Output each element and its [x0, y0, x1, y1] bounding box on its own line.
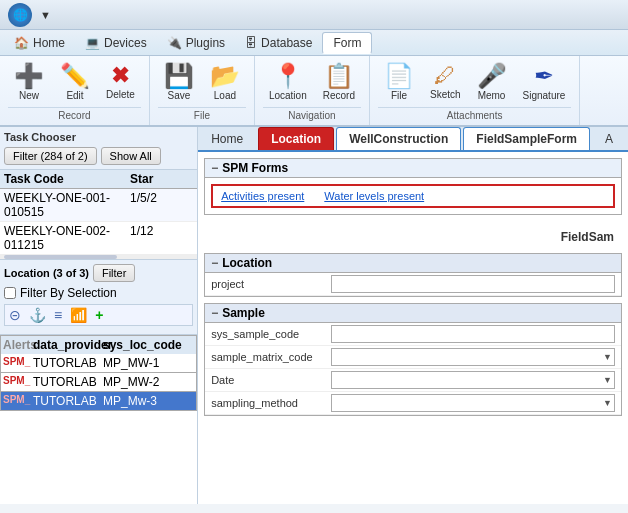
right-panel: Home Location WellConstruction FieldSamp… — [198, 127, 628, 504]
add-location-icon[interactable]: + — [93, 307, 105, 323]
menu-form[interactable]: Form — [322, 32, 372, 54]
sample-matrix-code-label: sample_matrix_code — [211, 351, 331, 363]
new-button[interactable]: ➕ New — [8, 60, 50, 105]
loc-table-header: Alerts data_provider sys_loc_code — [0, 335, 197, 354]
main-content: Task Chooser Filter (284 of 2) Show All … — [0, 127, 628, 504]
sample-section-header: − Sample — [205, 304, 621, 323]
project-input[interactable] — [331, 275, 615, 293]
activities-link[interactable]: Activities present — [221, 190, 304, 202]
sample-toggle[interactable]: − — [211, 306, 218, 320]
date-label: Date — [211, 374, 331, 386]
form-content: − SPM Forms Activities present Water lev… — [198, 152, 628, 504]
database-menu-icon: 🗄 — [245, 36, 257, 50]
loc-toolbar: ⊝ ⚓ ≡ 📶 + — [4, 304, 193, 326]
load-button[interactable]: 📂 Load — [204, 60, 246, 105]
location-nav-button[interactable]: 📍 Location — [263, 60, 313, 105]
ribbon-group-file: 💾 Save 📂 Load File — [150, 56, 255, 125]
record-nav-button[interactable]: 📋 Record — [317, 60, 361, 105]
devices-menu-icon: 💻 — [85, 36, 100, 50]
sampling-method-row: sampling_method ▼ — [205, 392, 621, 415]
location-section: − Location project — [204, 253, 622, 297]
sampling-method-select[interactable]: ▼ — [331, 394, 615, 412]
tab-wellconstruction[interactable]: WellConstruction — [336, 127, 461, 150]
delete-button[interactable]: ✖ Delete — [100, 61, 141, 104]
sys-sample-code-label: sys_sample_code — [211, 328, 331, 340]
signature-icon: ✒ — [534, 64, 554, 88]
save-icon: 💾 — [164, 64, 194, 88]
location-section-header: − Location — [205, 254, 621, 273]
memo-button[interactable]: 🎤 Memo — [471, 60, 513, 105]
task-table-header: Task Code Star — [0, 170, 197, 189]
navigation-buttons: 📍 Location 📋 Record — [263, 60, 361, 105]
edit-button[interactable]: ✏️ Edit — [54, 60, 96, 105]
left-panel: Task Chooser Filter (284 of 2) Show All … — [0, 127, 198, 504]
task-table: Task Code Star WEEKLY-ONE-001-010515 1/5… — [0, 170, 197, 260]
tab-more[interactable]: A — [592, 127, 626, 150]
bars-icon[interactable]: ≡ — [52, 307, 64, 323]
filter-button[interactable]: Filter (284 of 2) — [4, 147, 97, 165]
file-group-label: File — [158, 107, 246, 123]
spm-forms-toggle[interactable]: − — [211, 161, 218, 175]
navigation-group-label: Navigation — [263, 107, 361, 123]
date-dropdown-arrow: ▼ — [603, 375, 612, 385]
ribbon-group-record: ➕ New ✏️ Edit ✖ Delete Record — [0, 56, 150, 125]
app-logo: 🌐 — [8, 3, 32, 27]
fieldsample-title: FieldSam — [204, 223, 622, 253]
spm-forms-section: − SPM Forms Activities present Water lev… — [204, 158, 622, 215]
task-chooser: Task Chooser Filter (284 of 2) Show All — [0, 127, 197, 170]
loc-header: Location (3 of 3) Filter — [4, 264, 193, 282]
sample-section: − Sample sys_sample_code sample_matrix_c… — [204, 303, 622, 416]
save-button[interactable]: 💾 Save — [158, 60, 200, 105]
menu-home[interactable]: 🏠 Home — [4, 33, 75, 53]
table-row[interactable]: WEEKLY-ONE-001-010515 1/5/2 — [0, 189, 197, 222]
file-buttons: 💾 Save 📂 Load — [158, 60, 246, 105]
file-attach-button[interactable]: 📄 File — [378, 60, 420, 105]
ribbon-group-attachments: 📄 File 🖊 Sketch 🎤 Memo ✒ Signature Attac… — [370, 56, 580, 125]
ribbon-group-navigation: 📍 Location 📋 Record Navigation — [255, 56, 370, 125]
file-attach-icon: 📄 — [384, 64, 414, 88]
tab-location[interactable]: Location — [258, 127, 334, 150]
ribbon: ➕ New ✏️ Edit ✖ Delete Record 💾 Save 📂 L… — [0, 56, 628, 127]
sys-sample-code-input[interactable] — [331, 325, 615, 343]
record-group-label: Record — [8, 107, 141, 123]
edit-icon: ✏️ — [60, 64, 90, 88]
anchor-icon[interactable]: ⚓ — [27, 307, 48, 323]
record-buttons: ➕ New ✏️ Edit ✖ Delete — [8, 60, 141, 105]
menu-plugins[interactable]: 🔌 Plugins — [157, 33, 235, 53]
load-icon: 📂 — [210, 64, 240, 88]
loc-filter-button[interactable]: Filter — [93, 264, 135, 282]
table-row[interactable]: WEEKLY-ONE-002-011215 1/12 — [0, 222, 197, 255]
project-row: project — [205, 273, 621, 296]
list-item[interactable]: SPM_ TUTORLAB MP_MW-1 — [0, 354, 197, 373]
funnel-icon[interactable]: ⊝ — [7, 307, 23, 323]
location-chooser: Location (3 of 3) Filter Filter By Selec… — [0, 260, 197, 335]
sample-matrix-code-select[interactable]: ▼ — [331, 348, 615, 366]
list-item[interactable]: SPM_ TUTORLAB MP_Mw-3 — [0, 392, 197, 411]
list-item[interactable]: SPM_ TUTORLAB MP_MW-2 — [0, 373, 197, 392]
menu-database[interactable]: 🗄 Database — [235, 33, 322, 53]
location-toggle[interactable]: − — [211, 256, 218, 270]
title-bar-text: ▼ — [40, 9, 51, 21]
logo-icon: 🌐 — [13, 8, 28, 22]
home-menu-icon: 🏠 — [14, 36, 29, 50]
tab-fieldsampleform[interactable]: FieldSampleForm — [463, 127, 590, 150]
sampling-method-label: sampling_method — [211, 397, 331, 409]
spm-forms-header: − SPM Forms — [205, 159, 621, 178]
signature-button[interactable]: ✒ Signature — [517, 60, 572, 105]
delete-icon: ✖ — [111, 65, 129, 87]
tab-home[interactable]: Home — [198, 127, 256, 150]
waterlevels-link[interactable]: Water levels present — [324, 190, 424, 202]
signal-icon[interactable]: 📶 — [68, 307, 89, 323]
project-label: project — [211, 278, 331, 290]
sketch-button[interactable]: 🖊 Sketch — [424, 61, 467, 104]
filter-by-selection-checkbox[interactable] — [4, 287, 16, 299]
show-all-button[interactable]: Show All — [101, 147, 161, 165]
sys-sample-code-row: sys_sample_code — [205, 323, 621, 346]
sample-matrix-code-row: sample_matrix_code ▼ — [205, 346, 621, 369]
loc-table: Alerts data_provider sys_loc_code SPM_ T… — [0, 335, 197, 411]
date-select[interactable]: ▼ — [331, 371, 615, 389]
title-bar: 🌐 ▼ — [0, 0, 628, 30]
record-nav-icon: 📋 — [324, 64, 354, 88]
sample-matrix-dropdown-arrow: ▼ — [603, 352, 612, 362]
menu-devices[interactable]: 💻 Devices — [75, 33, 157, 53]
